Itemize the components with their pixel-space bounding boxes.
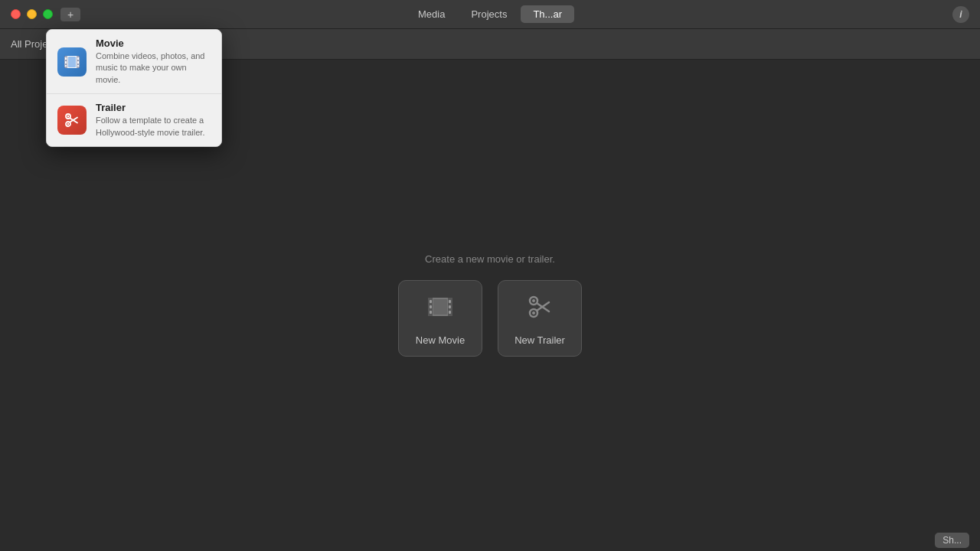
share-label: Sh... — [942, 535, 962, 546]
svg-rect-19 — [65, 57, 67, 60]
svg-rect-9 — [433, 299, 447, 315]
new-trailer-label: New Trailer — [514, 334, 565, 346]
new-movie-button[interactable]: New Movie — [398, 280, 482, 357]
close-button[interactable] — [11, 9, 21, 19]
svg-rect-25 — [68, 57, 76, 67]
svg-rect-7 — [449, 305, 451, 308]
svg-rect-20 — [65, 61, 67, 64]
window-controls — [0, 9, 53, 19]
minimize-button[interactable] — [27, 9, 37, 19]
svg-rect-8 — [449, 311, 451, 314]
movie-icon — [57, 47, 87, 77]
dropdown-trailer-desc: Follow a template to create a Hollywood-… — [96, 115, 211, 139]
svg-point-12 — [532, 311, 535, 315]
dropdown-popup: Movie Combine videos, photos, and music … — [46, 29, 222, 147]
svg-point-13 — [532, 299, 535, 302]
tab-theater[interactable]: Th...ar — [521, 5, 574, 23]
svg-point-28 — [67, 123, 69, 125]
tab-media[interactable]: Media — [406, 5, 457, 23]
add-button[interactable]: + — [60, 8, 80, 21]
create-hint: Create a new movie or trailer. — [425, 253, 555, 265]
plus-icon: + — [67, 8, 74, 21]
dropdown-trailer-title: Trailer — [96, 102, 211, 113]
film-strip-icon — [425, 292, 456, 327]
maximize-button[interactable] — [43, 9, 53, 19]
svg-point-29 — [67, 116, 69, 117]
dropdown-movie-text: Movie Combine videos, photos, and music … — [96, 37, 211, 86]
info-button[interactable]: i — [952, 6, 969, 23]
svg-rect-22 — [77, 57, 79, 60]
svg-rect-6 — [449, 300, 451, 303]
new-movie-label: New Movie — [416, 334, 465, 346]
new-trailer-button[interactable]: New Trailer — [498, 280, 582, 357]
svg-rect-24 — [77, 65, 79, 67]
dropdown-movie-desc: Combine videos, photos, and music to mak… — [96, 51, 211, 86]
share-button[interactable]: Sh... — [935, 533, 969, 548]
svg-rect-23 — [77, 61, 79, 64]
dropdown-movie-item[interactable]: Movie Combine videos, photos, and music … — [47, 30, 221, 93]
titlebar: + Media Projects Th...ar i — [0, 0, 980, 29]
dropdown-movie-title: Movie — [96, 37, 211, 49]
dropdown-trailer-text: Trailer Follow a template to create a Ho… — [96, 102, 211, 139]
tab-projects[interactable]: Projects — [459, 5, 519, 23]
dropdown-trailer-item[interactable]: Trailer Follow a template to create a Ho… — [47, 93, 221, 146]
scissors-icon — [524, 292, 555, 327]
svg-rect-5 — [430, 311, 432, 314]
svg-rect-21 — [65, 65, 67, 67]
nav-tabs: Media Projects Th...ar — [406, 5, 574, 23]
svg-rect-4 — [430, 305, 432, 308]
svg-rect-3 — [430, 300, 432, 303]
bottom-bar: Sh... — [924, 530, 980, 551]
trailer-icon — [57, 106, 87, 135]
info-icon: i — [959, 9, 962, 20]
action-buttons: New Movie New Trailer — [398, 280, 582, 357]
